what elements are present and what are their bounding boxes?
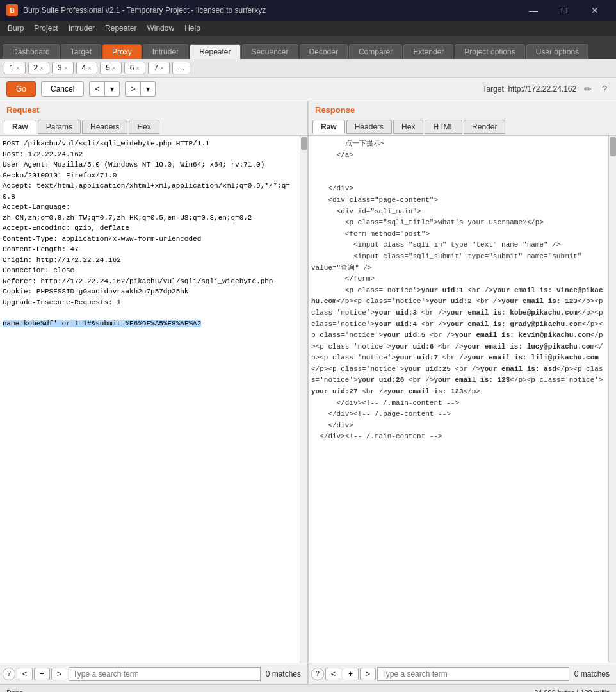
request-text-content[interactable]: POST /pikachu/vul/sqli/sqli_widebyte.php… bbox=[0, 136, 300, 663]
cancel-button[interactable]: Cancel bbox=[41, 81, 84, 97]
request-scrollbar[interactable] bbox=[300, 136, 307, 663]
request-panel: Request Raw Params Headers Hex POST /pik… bbox=[0, 101, 309, 684]
res-tab-headers[interactable]: Headers bbox=[346, 120, 392, 134]
response-text-content[interactable]: 点一下提示~ </a> </div> <div class="page-cont… bbox=[309, 136, 608, 663]
res-tab-hex[interactable]: Hex bbox=[393, 120, 423, 134]
req-tab-headers[interactable]: Headers bbox=[82, 120, 127, 134]
res-tab-raw[interactable]: Raw bbox=[312, 120, 345, 134]
tab-proxy[interactable]: Proxy bbox=[102, 44, 142, 59]
request-search-next-plus[interactable]: + bbox=[34, 668, 50, 680]
menubar: Burp Project Intruder Repeater Window He… bbox=[0, 21, 616, 36]
close-tab-3[interactable]: × bbox=[64, 65, 68, 72]
num-tab-1[interactable]: 1× bbox=[4, 62, 26, 74]
back-nav-group: < ▾ bbox=[89, 81, 120, 97]
req-tab-raw[interactable]: Raw bbox=[4, 120, 36, 134]
go-button[interactable]: Go bbox=[6, 81, 36, 97]
close-button[interactable]: ✕ bbox=[580, 0, 610, 21]
forward-button[interactable]: > bbox=[125, 81, 141, 97]
close-tab-4[interactable]: × bbox=[88, 65, 92, 72]
response-tabs: Raw Headers Hex HTML Render bbox=[309, 119, 616, 136]
num-tab-7[interactable]: 7× bbox=[148, 62, 170, 74]
req-tab-params[interactable]: Params bbox=[38, 120, 81, 134]
target-label: Target: http://172.22.24.162 bbox=[482, 85, 576, 94]
titlebar-title: Burp Suite Professional v2.1 - Temporary… bbox=[23, 6, 266, 15]
tab-dashboard[interactable]: Dashboard bbox=[3, 44, 60, 59]
tab-extender[interactable]: Extender bbox=[403, 44, 453, 59]
titlebar-controls[interactable]: — □ ✕ bbox=[519, 0, 610, 21]
num-tab-4[interactable]: 4× bbox=[76, 62, 98, 74]
num-tab-3[interactable]: 3× bbox=[52, 62, 74, 74]
tab-repeater[interactable]: Repeater bbox=[190, 44, 240, 59]
response-scrollbar[interactable] bbox=[608, 136, 616, 663]
tab-intruder[interactable]: Intruder bbox=[143, 44, 188, 59]
request-search-help[interactable]: ? bbox=[3, 668, 15, 680]
menu-intruder[interactable]: Intruder bbox=[63, 22, 100, 34]
response-search-next[interactable]: > bbox=[360, 668, 376, 680]
toolbar: Go Cancel < ▾ > ▾ Target: http://172.22.… bbox=[0, 78, 616, 101]
num-tabbar: 1× 2× 3× 4× 5× 6× 7× ... bbox=[0, 59, 616, 78]
status-right: 34,698 bytes | 109 millis bbox=[534, 689, 610, 693]
response-scroll-thumb[interactable] bbox=[610, 137, 616, 156]
close-tab-2[interactable]: × bbox=[40, 65, 44, 72]
maximize-button[interactable]: □ bbox=[549, 0, 579, 21]
response-search-prev[interactable]: < bbox=[325, 668, 341, 680]
response-panel-title: Response bbox=[309, 101, 616, 119]
tab-decoder[interactable]: Decoder bbox=[300, 44, 348, 59]
tab-project-options[interactable]: Project options bbox=[455, 44, 524, 59]
menu-repeater[interactable]: Repeater bbox=[100, 22, 142, 34]
request-tabs: Raw Params Headers Hex bbox=[0, 119, 307, 136]
tab-sequencer[interactable]: Sequencer bbox=[242, 44, 298, 59]
titlebar-left: B Burp Suite Professional v2.1 - Tempora… bbox=[6, 4, 266, 16]
close-tab-6[interactable]: × bbox=[136, 65, 140, 72]
req-tab-hex[interactable]: Hex bbox=[129, 120, 159, 134]
request-panel-title: Request bbox=[0, 101, 307, 119]
num-tab-2[interactable]: 2× bbox=[28, 62, 50, 74]
menu-burp[interactable]: Burp bbox=[3, 22, 29, 34]
menu-help[interactable]: Help bbox=[179, 22, 206, 34]
target-help-button[interactable]: ? bbox=[599, 83, 610, 95]
back-button[interactable]: < bbox=[89, 81, 105, 97]
main-tabbar: Dashboard Target Proxy Intruder Repeater… bbox=[0, 36, 616, 59]
res-tab-html[interactable]: HTML bbox=[425, 120, 462, 134]
edit-target-button[interactable]: ✏ bbox=[581, 83, 594, 95]
status-left: Done bbox=[6, 689, 23, 693]
request-matches-label: 0 matches bbox=[262, 670, 305, 679]
request-search-bar: ? < + > 0 matches bbox=[0, 663, 307, 684]
close-tab-1[interactable]: × bbox=[16, 65, 20, 72]
request-search-prev[interactable]: < bbox=[17, 668, 33, 680]
close-tab-5[interactable]: × bbox=[112, 65, 116, 72]
forward-dropdown-button[interactable]: ▾ bbox=[141, 81, 156, 97]
num-tab-5[interactable]: 5× bbox=[100, 62, 122, 74]
titlebar: B Burp Suite Professional v2.1 - Tempora… bbox=[0, 0, 616, 21]
tab-target[interactable]: Target bbox=[61, 44, 101, 59]
minimize-button[interactable]: — bbox=[519, 0, 548, 21]
request-scroll-thumb[interactable] bbox=[301, 137, 307, 150]
request-search-next[interactable]: > bbox=[51, 668, 67, 680]
close-tab-7[interactable]: × bbox=[160, 65, 164, 72]
response-search-next-plus[interactable]: + bbox=[343, 668, 359, 680]
tab-user-options[interactable]: User options bbox=[526, 44, 588, 59]
request-content-area: POST /pikachu/vul/sqli/sqli_widebyte.php… bbox=[0, 136, 307, 663]
response-search-input[interactable] bbox=[377, 667, 569, 681]
back-dropdown-button[interactable]: ▾ bbox=[105, 81, 120, 97]
forward-nav-group: > ▾ bbox=[125, 81, 156, 97]
menu-window[interactable]: Window bbox=[142, 22, 179, 34]
more-tabs-button[interactable]: ... bbox=[172, 62, 190, 74]
response-panel: Response Raw Headers Hex HTML Render 点一下… bbox=[309, 101, 616, 684]
menu-project[interactable]: Project bbox=[29, 22, 63, 34]
response-content-area: 点一下提示~ </a> </div> <div class="page-cont… bbox=[309, 136, 616, 663]
main-area: Request Raw Params Headers Hex POST /pik… bbox=[0, 101, 616, 684]
statusbar: Done 34,698 bytes | 109 millis bbox=[0, 684, 616, 692]
request-highlighted-param: name=kobe%df' or 1=1#&submit=%E6%9F%A5%E… bbox=[3, 320, 201, 327]
res-tab-render[interactable]: Render bbox=[464, 120, 505, 134]
num-tab-6[interactable]: 6× bbox=[124, 62, 146, 74]
tab-comparer[interactable]: Comparer bbox=[349, 44, 402, 59]
response-matches-label: 0 matches bbox=[571, 670, 613, 679]
request-search-input[interactable] bbox=[69, 667, 261, 681]
response-search-bar: ? < + > 0 matches bbox=[309, 663, 616, 684]
app-icon: B bbox=[6, 4, 18, 16]
response-search-help[interactable]: ? bbox=[311, 668, 324, 680]
